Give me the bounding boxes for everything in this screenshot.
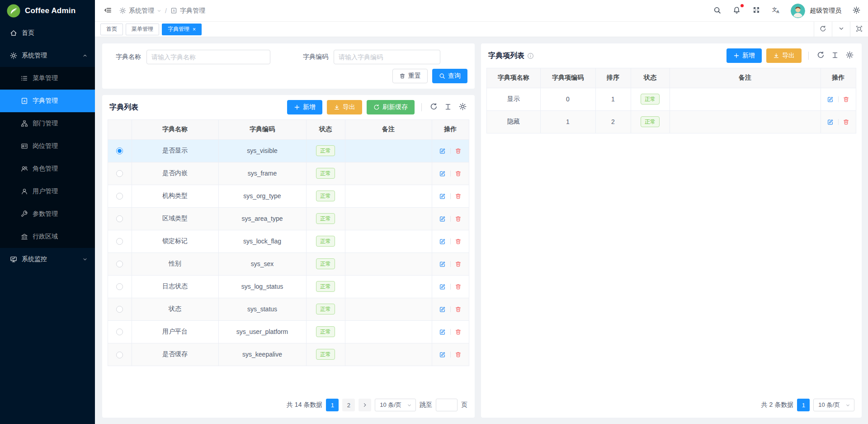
- close-icon[interactable]: ×: [193, 27, 196, 32]
- table-row[interactable]: 区域类型 sys_area_type 正常: [108, 207, 469, 230]
- dict-code-cell: sys_status: [218, 298, 306, 320]
- table-row[interactable]: 隐藏 1 2 正常: [487, 110, 856, 133]
- table-row[interactable]: 是否显示 sys_visible 正常: [108, 139, 469, 162]
- row-radio[interactable]: [116, 306, 123, 313]
- table-row[interactable]: 锁定标记 sys_lock_flag 正常: [108, 230, 469, 252]
- edit-button[interactable]: [438, 350, 447, 359]
- table-row[interactable]: 日志状态 sys_log_status 正常: [108, 275, 469, 298]
- sidebar-item-system-management[interactable]: 系统管理: [0, 44, 95, 67]
- delete-button[interactable]: [454, 327, 463, 336]
- dict-name-input[interactable]: [146, 50, 270, 64]
- export-dict-item-button[interactable]: 导出: [766, 48, 802, 63]
- sidebar-item-dict-management[interactable]: 字典管理: [0, 90, 95, 112]
- table-row[interactable]: 性别 sys_sex 正常: [108, 252, 469, 275]
- page-2-button[interactable]: 2: [342, 399, 355, 411]
- row-radio[interactable]: [116, 193, 123, 200]
- edit-button[interactable]: [438, 191, 447, 200]
- settings-button[interactable]: [852, 6, 861, 15]
- row-radio[interactable]: [116, 261, 123, 267]
- table-settings-button[interactable]: [458, 102, 467, 112]
- delete-button[interactable]: [454, 237, 463, 246]
- delete-button[interactable]: [454, 169, 463, 178]
- fullscreen-button[interactable]: [752, 6, 760, 15]
- table-row[interactable]: 用户平台 sys_user_platform 正常: [108, 320, 469, 343]
- sidebar-item-dept-management[interactable]: 部门管理: [0, 112, 95, 135]
- row-radio[interactable]: [116, 148, 123, 154]
- delete-button[interactable]: [454, 146, 463, 155]
- table-row[interactable]: 状态 sys_status 正常: [108, 298, 469, 320]
- edit-button[interactable]: [438, 305, 447, 314]
- add-dict-item-button[interactable]: 新增: [726, 48, 762, 63]
- edit-button[interactable]: [438, 169, 447, 178]
- page-1-button[interactable]: 1: [326, 399, 339, 411]
- edit-button[interactable]: [438, 259, 447, 268]
- edit-button[interactable]: [438, 237, 447, 246]
- sidebar-item-admin-region[interactable]: 行政区域: [0, 225, 95, 248]
- sidebar-item-home[interactable]: 首页: [0, 22, 95, 44]
- content-fullscreen-button[interactable]: [850, 22, 868, 37]
- delete-button[interactable]: [454, 214, 463, 223]
- row-height-button[interactable]: [443, 102, 453, 112]
- row-radio[interactable]: [116, 329, 123, 335]
- breadcrumb-item-system[interactable]: 系统管理: [119, 7, 161, 15]
- reset-button[interactable]: 重置: [392, 69, 428, 83]
- delete-button[interactable]: [454, 191, 463, 200]
- tab-home[interactable]: 首页: [100, 24, 123, 35]
- row-radio[interactable]: [116, 238, 123, 245]
- sidebar-item-system-monitor[interactable]: 系统监控: [0, 248, 95, 271]
- tab-actions-button[interactable]: [832, 22, 850, 37]
- page-1-button[interactable]: 1: [797, 399, 810, 411]
- add-dict-button[interactable]: 新增: [287, 100, 322, 114]
- query-button[interactable]: 查询: [432, 69, 467, 83]
- export-dict-button[interactable]: 导出: [327, 100, 362, 114]
- delete-button[interactable]: [842, 95, 851, 104]
- total-count: 共 2 条数据: [761, 401, 794, 409]
- language-button[interactable]: [771, 6, 780, 15]
- status-badge: 正常: [316, 304, 335, 314]
- page-size-select[interactable]: 10 条/页: [813, 399, 854, 411]
- table-row[interactable]: 是否缓存 sys_keepalive 正常: [108, 343, 469, 366]
- next-page-button[interactable]: [359, 399, 371, 411]
- reload-table-button[interactable]: [816, 51, 826, 61]
- table-settings-button[interactable]: [844, 51, 854, 61]
- row-radio[interactable]: [116, 283, 123, 290]
- edit-button[interactable]: [826, 117, 835, 126]
- tab-dict-management[interactable]: 字典管理 ×: [162, 24, 202, 35]
- jump-page-input[interactable]: [436, 399, 458, 411]
- reload-table-button[interactable]: [429, 102, 439, 112]
- edit-button[interactable]: [438, 146, 447, 155]
- notifications-button[interactable]: [732, 6, 741, 15]
- org-chart-icon: [21, 120, 28, 127]
- username[interactable]: 超级管理员: [810, 7, 841, 15]
- row-radio[interactable]: [116, 170, 123, 177]
- delete-button[interactable]: [454, 350, 463, 359]
- delete-button[interactable]: [842, 117, 851, 126]
- delete-button[interactable]: [454, 282, 463, 291]
- delete-button[interactable]: [454, 305, 463, 314]
- edit-button[interactable]: [438, 282, 447, 291]
- edit-button[interactable]: [826, 95, 835, 104]
- table-row[interactable]: 是否内嵌 sys_frame 正常: [108, 162, 469, 185]
- refresh-page-button[interactable]: [814, 22, 832, 37]
- refresh-cache-button[interactable]: 刷新缓存: [367, 100, 415, 114]
- avatar[interactable]: [791, 4, 805, 18]
- page-size-select[interactable]: 10 条/页: [375, 399, 416, 411]
- sidebar-collapse-button[interactable]: [103, 6, 112, 15]
- sidebar-item-param-management[interactable]: 参数管理: [0, 203, 95, 225]
- sidebar-item-post-management[interactable]: 岗位管理: [0, 135, 95, 157]
- dict-code-input[interactable]: [334, 50, 440, 64]
- row-height-button[interactable]: [830, 51, 840, 61]
- table-row[interactable]: 显示 0 1 正常: [487, 88, 856, 110]
- tab-menu-management[interactable]: 菜单管理: [126, 24, 159, 35]
- row-radio[interactable]: [116, 215, 123, 222]
- table-row[interactable]: 机构类型 sys_org_type 正常: [108, 185, 469, 207]
- sidebar-item-menu-management[interactable]: 菜单管理: [0, 67, 95, 90]
- sidebar-item-role-management[interactable]: 角色管理: [0, 157, 95, 180]
- edit-button[interactable]: [438, 327, 447, 336]
- breadcrumb-item-dict[interactable]: 字典管理: [170, 7, 205, 15]
- row-radio[interactable]: [116, 352, 123, 358]
- edit-button[interactable]: [438, 214, 447, 223]
- sidebar-item-user-management[interactable]: 用户管理: [0, 180, 95, 203]
- delete-button[interactable]: [454, 259, 463, 268]
- search-button[interactable]: [713, 6, 722, 15]
